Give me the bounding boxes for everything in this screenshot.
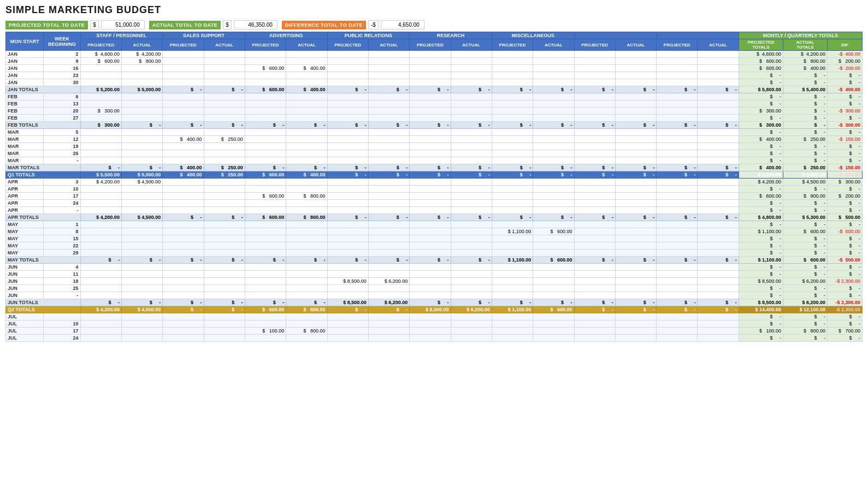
cell [80,250,121,257]
cell [121,278,162,285]
week-label: 30 [44,79,80,86]
cell [533,129,574,136]
totals-row: FEB TOTALS $ 300.00 $ - $ -$ - $ -$ - $ … [6,122,863,129]
cell [574,242,615,250]
cell [286,320,327,328]
cell: $ - [828,143,863,150]
cell: $ 400.00 [739,164,783,171]
cell [368,136,409,143]
cell [245,200,286,207]
cell [657,58,698,65]
cell [368,320,409,328]
cell: $ 5,200.00 [80,86,121,93]
cell [698,115,739,122]
cell [615,335,656,342]
table-row: JAN 30 $ - $ - $ - [6,79,863,86]
cell [451,186,492,193]
cell [245,221,286,228]
cell [615,79,656,86]
table-row: FEB 6 $ - $ - $ - [6,93,863,100]
cell [163,285,204,292]
cell: $ 6,500.00 [739,171,783,179]
cell [492,143,533,150]
cell [163,250,204,257]
cell [204,200,245,207]
cell: $ 600.00 [80,58,121,65]
cell: $ 4,200.00 [783,51,827,58]
cell [121,157,162,164]
month-label: APR [6,200,44,207]
cell: $ 800.00 [783,58,827,65]
cell [615,207,656,214]
month-label: JUL [6,320,44,328]
cell [657,115,698,122]
cell [698,186,739,193]
projected-summary: PROJECTED TOTAL TO DATE $ 51,000.00 [5,20,145,29]
cell: $ 6,200.00 [783,299,827,306]
cell [492,278,533,285]
cell [410,320,451,328]
cell [327,250,368,257]
header-res-projected: PROJECTED [410,39,451,51]
cell [698,200,739,207]
table-row: JAN 23 $ - $ - $ - [6,72,863,79]
cell [368,143,409,150]
header-sales-actual: ACTUAL [204,39,245,51]
cell [245,79,286,86]
cell [163,179,204,186]
cell: $ - [783,271,827,278]
cell [286,271,327,278]
cell [451,157,492,164]
cell [698,242,739,250]
cell [492,93,533,100]
cell: $ - [698,164,739,171]
cell [574,108,615,115]
month-label: APR [6,207,44,214]
cell: $ 600.00 [245,306,286,313]
cell: $ - [80,164,121,171]
cell [698,100,739,108]
cell [492,79,533,86]
cell: $ - [657,164,698,171]
cell [245,242,286,250]
cell [533,242,574,250]
cell [80,207,121,214]
cell [615,136,656,143]
cell: $ - [204,122,245,129]
cell [286,264,327,271]
cell [368,58,409,65]
cell [80,221,121,228]
week-label: - [44,292,80,299]
header-col13-14 [574,32,657,39]
cell [80,235,121,242]
cell [121,235,162,242]
cell [533,250,574,257]
cell: $ - [739,143,783,150]
cell: $ 4,200.00 [121,51,162,58]
cell: $ 1,100.00 [492,228,533,235]
q2-totals-row: Q2 TOTALS $ 4,200.00$ 4,500.00 $ -$ - $ … [6,306,863,313]
cell: $ - [739,271,783,278]
month-label: JUL [6,335,44,342]
cell [615,143,656,150]
cell [657,150,698,157]
cell [698,93,739,100]
cell: $ 250.00 [783,136,827,143]
cell [533,264,574,271]
cell: $ - [410,257,451,264]
cell [657,228,698,235]
cell [80,292,121,299]
cell: $ - [121,164,162,171]
cell: $ - [739,100,783,108]
cell [657,72,698,79]
table-row: APR 10 $ - $ - $ - [6,186,863,193]
cell [204,250,245,257]
header-row-2: PROJECTED ACTUAL PROJECTED ACTUAL PROJEC… [6,39,863,51]
projected-value: 51,000.00 [101,20,145,29]
cell [368,72,409,79]
cell: $ 4,500.00 [121,214,162,221]
cell: $ - [492,299,533,306]
cell: $ - [783,72,827,79]
cell: -$ 850.00 [828,171,863,179]
cell [245,250,286,257]
